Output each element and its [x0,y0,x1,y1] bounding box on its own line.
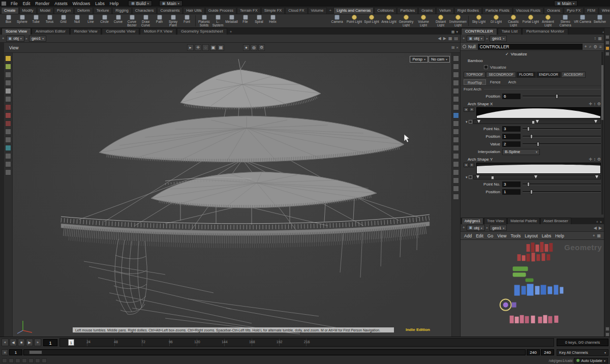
gear-icon[interactable]: ⚙ [593,44,597,49]
menu-item[interactable]: Labs [93,1,107,6]
shelf-tab[interactable]: Particle Fluids [482,7,512,14]
pane-close-icon[interactable]: × [600,220,602,224]
point-no-field[interactable]: 3 [502,181,521,187]
expand-icon[interactable]: ▾ [466,175,468,179]
shelf-tab[interactable]: Rigid Bodies [454,7,482,14]
visualize-toggle[interactable]: ✓ Visualize [461,51,604,57]
playbar-option-icon[interactable] [9,358,14,363]
back-icon[interactable]: ◀ [438,36,441,41]
network-menu-item[interactable]: Add [462,233,474,238]
projection-selector[interactable]: Persp▾ [410,56,428,63]
shelf-tab[interactable]: Hair Utils [183,7,204,14]
pane-tab[interactable]: Geometry Spreadsheet [177,28,227,35]
viewport-left-tool-icon[interactable] [5,80,11,86]
expand-icon[interactable]: ▾ [466,120,468,124]
shelf-tab[interactable]: Grains [418,7,436,14]
shelf-tab[interactable]: Terrain FX [237,7,261,14]
folder-tab[interactable]: SECONDROOF [486,72,516,78]
shelf-tool[interactable]: Volume Light [415,15,432,27]
network-canvas[interactable]: Geometry [461,240,604,337]
network-menu-item[interactable]: Labs [540,233,553,238]
path-node-chip[interactable]: geo1▾ [29,36,46,42]
viewport-left-tool-icon[interactable] [5,104,11,110]
playbar-option-icon[interactable] [35,358,40,363]
shelf-tool[interactable]: Grid [56,15,70,27]
folder-tab[interactable]: FLOORS [516,72,536,78]
side-tool-icon[interactable] [605,41,609,45]
viewport-layout-icon[interactable]: ⊞ [451,45,455,50]
network-menu-item[interactable]: Go [485,233,495,238]
shelf-tool[interactable]: Curve [111,15,125,27]
pan-icon[interactable]: ✛ [589,157,592,162]
shelf-tab[interactable]: Deform [74,7,93,14]
shelf-tool[interactable]: File [238,15,252,27]
shelf-tool[interactable]: Area Light [380,15,398,27]
viewport-left-tool-icon[interactable] [5,112,11,118]
display-option-icon[interactable] [453,153,459,159]
timeline[interactable]: 1 24 48 72 96 120 144 [59,338,554,347]
right-scene-selector[interactable]: ▣ Main▾ [554,1,577,6]
shelf-tab[interactable]: Rigging [112,7,131,14]
side-tool-icon[interactable] [605,35,609,39]
pin-icon[interactable]: ⌖ [2,36,5,41]
point-position-field[interactable]: 1 [502,189,521,195]
shelf-tab[interactable]: Create [1,7,19,14]
shelf-tool[interactable]: Spiral [252,15,266,27]
folder-subtab[interactable]: Arch [505,79,520,85]
shelf-tab[interactable]: Model [37,7,53,14]
shelf-tab[interactable]: Particles [397,7,418,14]
desktop-selector[interactable]: ▦ Build▾ [128,1,152,6]
display-option-icon[interactable] [453,194,459,200]
pane-tab[interactable]: CONTROLLER [461,28,497,35]
menu-item[interactable]: Assets [52,1,70,6]
current-frame-field[interactable]: 1 [43,339,57,346]
point-no-slider[interactable] [523,181,601,187]
updown-icon[interactable]: ↕ [594,36,596,41]
viewport-left-tool-icon[interactable] [5,72,11,78]
display-option-icon[interactable] [453,161,459,167]
shelf-tool[interactable]: GI Light [487,15,505,27]
display-option-icon[interactable] [453,120,459,127]
current-frame-marker[interactable]: 1 [68,339,74,346]
folder-tab[interactable]: ACCESORY [561,72,586,78]
shelf-tool[interactable]: Sky Light [470,15,487,27]
range-end-field[interactable]: 240 [527,349,540,355]
panel-icon[interactable]: ▦ [598,36,602,41]
shelf-tool[interactable]: Point Light [346,15,363,27]
forward-icon[interactable]: ▶ [443,36,446,41]
forward-icon[interactable]: ▶ [599,226,602,230]
pane-tab[interactable]: Performance Monitor [522,28,568,35]
viewport-left-tool-icon[interactable] [5,88,11,94]
menu-item[interactable]: Render [33,1,52,6]
select-mode-icon[interactable]: ▸ [187,44,194,51]
shelf-tab[interactable]: Vellum [436,7,454,14]
path-root-chip[interactable]: ▣ obj▾ [467,225,485,231]
display-option-icon[interactable] [453,169,459,175]
pin-icon[interactable]: ⌖ [585,44,587,49]
go-to-start-button[interactable]: « [2,339,9,346]
pane-maximize-icon[interactable]: ▦ [451,30,455,34]
ramp-add-point-button[interactable]: + [469,107,474,112]
shelf-tab[interactable]: FEM [584,7,598,14]
add-shelf-tab-button[interactable]: + [327,8,334,14]
folder-tab[interactable]: ENDFLOOR [536,72,561,78]
playbar-option-icon[interactable] [2,358,7,363]
display-option-icon[interactable] [453,145,459,151]
shelf-tool[interactable]: Metaball [225,15,238,27]
shelf-tool[interactable]: Circle [98,15,111,27]
menu-item[interactable]: Edit [20,1,33,6]
gear-icon[interactable]: ⚙ [597,157,601,162]
pane-tab[interactable]: Render View [70,28,102,35]
camera-selector[interactable]: No cam▾ [429,56,450,63]
shelf-tool[interactable]: Spray Paint [166,15,180,27]
display-option-icon[interactable] [453,64,459,70]
playbar-option-icon[interactable] [15,358,20,363]
viewport-left-tool-icon[interactable] [5,64,11,70]
display-options-icon[interactable]: ⚙ [258,44,265,51]
shelf-tool[interactable]: Geometry Light [398,15,415,27]
point-position-field[interactable]: 1 [502,134,521,139]
ramp-option-icon[interactable] [469,175,472,179]
shelf-tool[interactable]: Draw Curve [139,15,152,27]
shelf-tab[interactable]: Characters [132,7,157,14]
path-node-chip[interactable]: geo1▾ [490,225,507,231]
